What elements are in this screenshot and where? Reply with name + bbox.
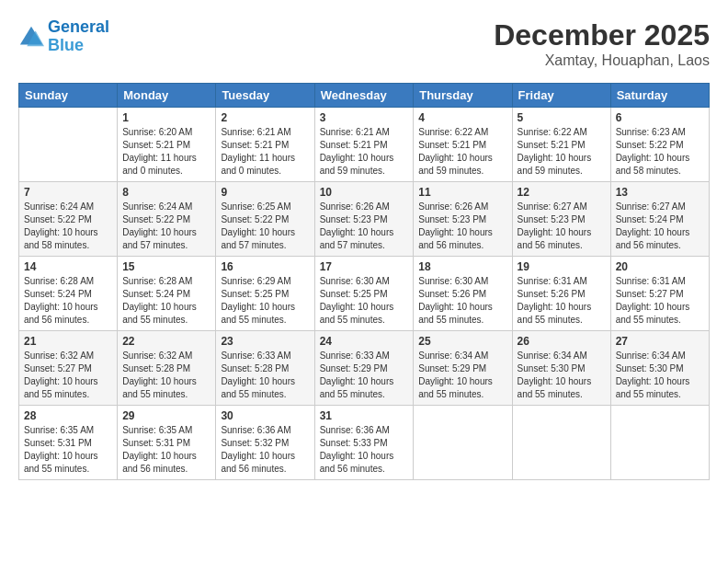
day-info: Sunrise: 6:36 AM Sunset: 5:32 PM Dayligh… — [221, 424, 309, 476]
calendar-cell: 28Sunrise: 6:35 AM Sunset: 5:31 PM Dayli… — [19, 406, 118, 480]
day-number: 20 — [616, 260, 704, 273]
day-number: 10 — [320, 186, 409, 199]
day-number: 9 — [221, 186, 309, 199]
calendar-week-row: 21Sunrise: 6:32 AM Sunset: 5:27 PM Dayli… — [19, 331, 710, 406]
weekday-header: Friday — [512, 84, 610, 108]
calendar-week-row: 28Sunrise: 6:35 AM Sunset: 5:31 PM Dayli… — [19, 406, 710, 480]
calendar-cell: 15Sunrise: 6:28 AM Sunset: 5:24 PM Dayli… — [118, 257, 216, 331]
day-number: 28 — [24, 409, 112, 422]
calendar-cell: 2Sunrise: 6:21 AM Sunset: 5:21 PM Daylig… — [216, 108, 314, 182]
day-info: Sunrise: 6:25 AM Sunset: 5:22 PM Dayligh… — [221, 201, 309, 252]
calendar-cell: 24Sunrise: 6:33 AM Sunset: 5:29 PM Dayli… — [314, 331, 414, 406]
day-info: Sunrise: 6:24 AM Sunset: 5:22 PM Dayligh… — [122, 201, 210, 252]
day-info: Sunrise: 6:31 AM Sunset: 5:26 PM Dayligh… — [518, 275, 606, 327]
day-number: 29 — [122, 409, 210, 422]
title-block: December 2025 Xamtay, Houaphan, Laos — [494, 18, 710, 69]
day-number: 27 — [616, 335, 704, 348]
day-info: Sunrise: 6:29 AM Sunset: 5:25 PM Dayligh… — [221, 275, 309, 327]
day-number: 22 — [122, 335, 210, 348]
calendar-cell: 3Sunrise: 6:21 AM Sunset: 5:21 PM Daylig… — [314, 108, 414, 182]
calendar-header-row: SundayMondayTuesdayWednesdayThursdayFrid… — [19, 84, 710, 108]
weekday-header: Monday — [118, 84, 216, 108]
calendar-cell: 4Sunrise: 6:22 AM Sunset: 5:21 PM Daylig… — [414, 108, 512, 182]
calendar-cell: 14Sunrise: 6:28 AM Sunset: 5:24 PM Dayli… — [19, 257, 118, 331]
calendar-cell: 25Sunrise: 6:34 AM Sunset: 5:29 PM Dayli… — [414, 331, 512, 406]
day-info: Sunrise: 6:28 AM Sunset: 5:24 PM Dayligh… — [122, 275, 210, 327]
calendar-cell: 30Sunrise: 6:36 AM Sunset: 5:32 PM Dayli… — [216, 406, 314, 480]
calendar-cell: 16Sunrise: 6:29 AM Sunset: 5:25 PM Dayli… — [216, 257, 314, 331]
calendar-cell: 21Sunrise: 6:32 AM Sunset: 5:27 PM Dayli… — [19, 331, 118, 406]
day-info: Sunrise: 6:34 AM Sunset: 5:30 PM Dayligh… — [518, 350, 606, 401]
day-info: Sunrise: 6:35 AM Sunset: 5:31 PM Dayligh… — [122, 424, 210, 476]
calendar-table: SundayMondayTuesdayWednesdayThursdayFrid… — [18, 83, 710, 480]
month-title: December 2025 — [494, 18, 710, 52]
day-info: Sunrise: 6:30 AM Sunset: 5:25 PM Dayligh… — [320, 275, 409, 327]
calendar-cell: 20Sunrise: 6:31 AM Sunset: 5:27 PM Dayli… — [610, 257, 709, 331]
day-info: Sunrise: 6:32 AM Sunset: 5:28 PM Dayligh… — [122, 350, 210, 401]
weekday-header: Thursday — [414, 84, 512, 108]
calendar-cell — [19, 108, 118, 182]
calendar-week-row: 1Sunrise: 6:20 AM Sunset: 5:21 PM Daylig… — [19, 108, 710, 182]
day-number: 15 — [122, 260, 210, 273]
calendar-cell: 13Sunrise: 6:27 AM Sunset: 5:24 PM Dayli… — [610, 182, 709, 257]
day-info: Sunrise: 6:23 AM Sunset: 5:22 PM Dayligh… — [616, 126, 704, 178]
day-number: 26 — [518, 335, 606, 348]
logo-text: General Blue — [48, 18, 109, 55]
calendar-cell: 27Sunrise: 6:34 AM Sunset: 5:30 PM Dayli… — [610, 331, 709, 406]
calendar-week-row: 7Sunrise: 6:24 AM Sunset: 5:22 PM Daylig… — [19, 182, 710, 257]
calendar-cell: 31Sunrise: 6:36 AM Sunset: 5:33 PM Dayli… — [314, 406, 414, 480]
calendar-cell: 29Sunrise: 6:35 AM Sunset: 5:31 PM Dayli… — [118, 406, 216, 480]
logo-icon — [18, 24, 44, 50]
calendar-cell: 11Sunrise: 6:26 AM Sunset: 5:23 PM Dayli… — [414, 182, 512, 257]
location-subtitle: Xamtay, Houaphan, Laos — [494, 52, 710, 69]
weekday-header: Sunday — [19, 84, 118, 108]
page-header: General Blue December 2025 Xamtay, Houap… — [18, 18, 710, 69]
day-number: 2 — [221, 111, 309, 124]
day-info: Sunrise: 6:34 AM Sunset: 5:30 PM Dayligh… — [616, 350, 704, 401]
day-number: 3 — [320, 111, 409, 124]
day-number: 23 — [221, 335, 309, 348]
day-info: Sunrise: 6:33 AM Sunset: 5:29 PM Dayligh… — [320, 350, 409, 401]
day-number: 14 — [24, 260, 112, 273]
day-number: 19 — [518, 260, 606, 273]
calendar-cell: 7Sunrise: 6:24 AM Sunset: 5:22 PM Daylig… — [19, 182, 118, 257]
day-number: 24 — [320, 335, 409, 348]
calendar-week-row: 14Sunrise: 6:28 AM Sunset: 5:24 PM Dayli… — [19, 257, 710, 331]
calendar-cell — [512, 406, 610, 480]
day-number: 8 — [122, 186, 210, 199]
day-info: Sunrise: 6:27 AM Sunset: 5:23 PM Dayligh… — [518, 201, 606, 252]
day-info: Sunrise: 6:31 AM Sunset: 5:27 PM Dayligh… — [616, 275, 704, 327]
calendar-cell: 23Sunrise: 6:33 AM Sunset: 5:28 PM Dayli… — [216, 331, 314, 406]
calendar-cell: 22Sunrise: 6:32 AM Sunset: 5:28 PM Dayli… — [118, 331, 216, 406]
day-number: 17 — [320, 260, 409, 273]
day-info: Sunrise: 6:24 AM Sunset: 5:22 PM Dayligh… — [24, 201, 112, 252]
day-info: Sunrise: 6:26 AM Sunset: 5:23 PM Dayligh… — [320, 201, 409, 252]
day-number: 1 — [122, 111, 210, 124]
day-info: Sunrise: 6:33 AM Sunset: 5:28 PM Dayligh… — [221, 350, 309, 401]
day-number: 21 — [24, 335, 112, 348]
calendar-cell: 18Sunrise: 6:30 AM Sunset: 5:26 PM Dayli… — [414, 257, 512, 331]
day-number: 5 — [518, 111, 606, 124]
day-info: Sunrise: 6:30 AM Sunset: 5:26 PM Dayligh… — [418, 275, 506, 327]
day-info: Sunrise: 6:28 AM Sunset: 5:24 PM Dayligh… — [24, 275, 112, 327]
day-number: 11 — [418, 186, 506, 199]
calendar-cell: 1Sunrise: 6:20 AM Sunset: 5:21 PM Daylig… — [118, 108, 216, 182]
day-number: 18 — [418, 260, 506, 273]
day-info: Sunrise: 6:20 AM Sunset: 5:21 PM Dayligh… — [122, 126, 210, 178]
day-info: Sunrise: 6:36 AM Sunset: 5:33 PM Dayligh… — [320, 424, 409, 476]
day-info: Sunrise: 6:22 AM Sunset: 5:21 PM Dayligh… — [518, 126, 606, 178]
logo: General Blue — [18, 18, 109, 55]
day-info: Sunrise: 6:27 AM Sunset: 5:24 PM Dayligh… — [616, 201, 704, 252]
day-info: Sunrise: 6:21 AM Sunset: 5:21 PM Dayligh… — [320, 126, 409, 178]
day-number: 7 — [24, 186, 112, 199]
day-info: Sunrise: 6:35 AM Sunset: 5:31 PM Dayligh… — [24, 424, 112, 476]
calendar-cell: 6Sunrise: 6:23 AM Sunset: 5:22 PM Daylig… — [610, 108, 709, 182]
day-number: 31 — [320, 409, 409, 422]
day-info: Sunrise: 6:26 AM Sunset: 5:23 PM Dayligh… — [418, 201, 506, 252]
weekday-header: Wednesday — [314, 84, 414, 108]
calendar-cell: 19Sunrise: 6:31 AM Sunset: 5:26 PM Dayli… — [512, 257, 610, 331]
day-number: 25 — [418, 335, 506, 348]
day-number: 12 — [518, 186, 606, 199]
calendar-cell: 17Sunrise: 6:30 AM Sunset: 5:25 PM Dayli… — [314, 257, 414, 331]
calendar-cell: 10Sunrise: 6:26 AM Sunset: 5:23 PM Dayli… — [314, 182, 414, 257]
